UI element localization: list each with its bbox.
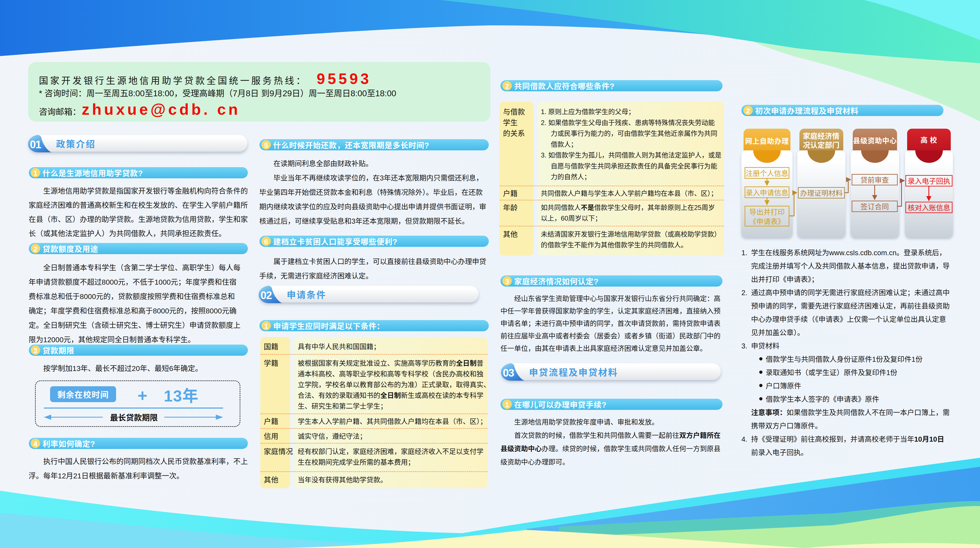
svg-text:02: 02 xyxy=(261,289,272,302)
svg-text:01: 01 xyxy=(30,138,41,151)
svg-text:03: 03 xyxy=(503,367,514,379)
